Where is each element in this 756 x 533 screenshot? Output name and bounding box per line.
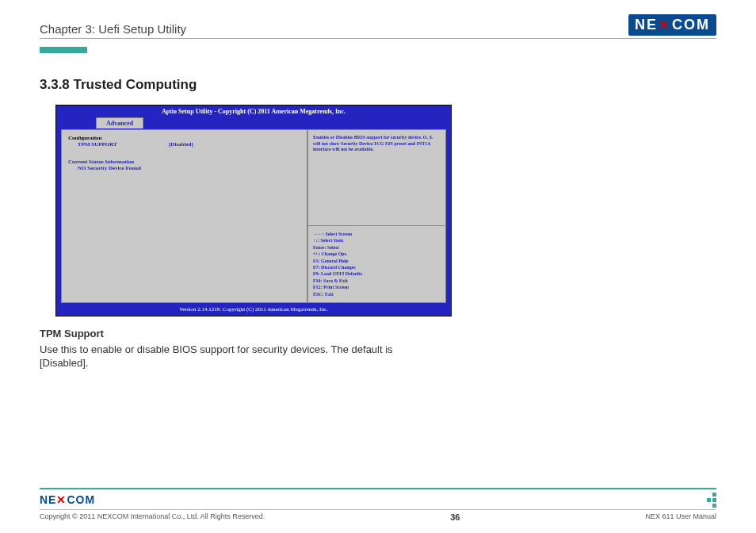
- bios-status-head: Current Status Information: [68, 159, 300, 165]
- page-number: 36: [450, 512, 460, 522]
- tpm-support-heading: TPM Support: [40, 328, 716, 339]
- bios-left-pane: Configuration TPM SUPPORT [Disabled] Cur…: [61, 129, 307, 303]
- bios-help-text: Enables or Disables BIOS support for sec…: [308, 130, 445, 225]
- chapter-title: Chapter 3: Uefi Setup Utility: [40, 22, 186, 36]
- bios-key: F12: Print Screen: [313, 284, 441, 290]
- bios-status-value: NO Security Device Found: [78, 165, 300, 171]
- footer-copyright: Copyright © 2011 NEXCOM International Co…: [40, 512, 265, 522]
- footer-manual: NEX 611 User Manual: [645, 512, 716, 522]
- bios-title-bar: Aptio Setup Utility - Copyright (C) 2011…: [56, 105, 451, 117]
- bios-tpm-value: [Disabled]: [169, 141, 193, 148]
- bios-key: →←: Select Screen: [313, 231, 441, 237]
- bios-key: +/-: Change Opt.: [313, 251, 441, 257]
- logo-x-icon: [659, 19, 671, 32]
- section-title: 3.3.8 Trusted Computing: [40, 77, 716, 93]
- bios-right-pane: Enables or Disables BIOS support for sec…: [307, 129, 446, 303]
- bios-tab-advanced: Advanced: [96, 117, 143, 128]
- bios-tab-row: Advanced: [56, 117, 451, 128]
- bios-key: ↑↓: Select Item: [313, 237, 441, 243]
- accent-bar: [40, 47, 87, 53]
- bios-key: F9: Load UEFI Defaults: [313, 270, 441, 277]
- bios-key-legend: →←: Select Screen ↑↓: Select Item Enter:…: [308, 225, 445, 302]
- bios-key: F1: General Help: [313, 258, 441, 264]
- page-header: Chapter 3: Uefi Setup Utility NECOM: [40, 14, 716, 39]
- footer-squares-icon: [702, 493, 716, 507]
- footer-logo: NE✕COM: [40, 493, 95, 506]
- bios-tpm-row: TPM SUPPORT [Disabled]: [78, 141, 300, 148]
- bios-key: Enter: Select: [313, 244, 441, 251]
- bios-key: F7: Discard Changes: [313, 264, 441, 270]
- bios-body: Configuration TPM SUPPORT [Disabled] Cur…: [61, 128, 446, 303]
- bios-screenshot: Aptio Setup Utility - Copyright (C) 2011…: [55, 105, 452, 316]
- tpm-support-description: Use this to enable or disable BIOS suppo…: [40, 343, 444, 370]
- bios-footer: Version 2.14.1219. Copyright (C) 2011 Am…: [56, 303, 451, 316]
- page-footer: NE✕COM Copyright © 2011 NEXCOM Internati…: [40, 488, 716, 522]
- brand-logo: NECOM: [628, 14, 716, 36]
- bios-config-head: Configuration: [68, 135, 300, 141]
- bios-key: ESC: Exit: [313, 291, 441, 297]
- bios-tpm-label: TPM SUPPORT: [78, 141, 169, 148]
- bios-key: F10: Save & Exit: [313, 278, 441, 284]
